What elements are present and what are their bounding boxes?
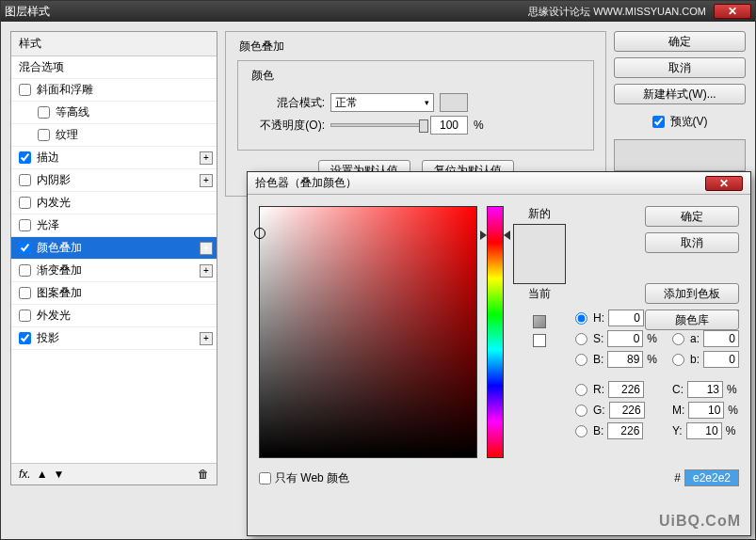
- picker-body: 新的 当前 H:度 S:% B:% R: G: B:: [248, 195, 750, 469]
- r-input[interactable]: [608, 381, 644, 398]
- preview-checkbox[interactable]: [652, 116, 665, 128]
- add-instance-button[interactable]: +: [200, 264, 213, 278]
- add-swatch-button[interactable]: 添加到色板: [645, 283, 739, 304]
- brand-text: 思缘设计论坛 WWW.MISSYUAN.COM: [528, 5, 706, 19]
- hex-label: #: [674, 471, 681, 484]
- hue-slider[interactable]: [487, 206, 504, 458]
- style-item[interactable]: 内阴影+: [11, 169, 217, 192]
- g-input[interactable]: [609, 402, 645, 419]
- style-label: 颜色叠加: [37, 240, 82, 256]
- style-checkbox[interactable]: [19, 264, 31, 277]
- c-input[interactable]: [687, 381, 723, 398]
- title-bar[interactable]: 图层样式 思缘设计论坛 WWW.MISSYUAN.COM ✕: [1, 1, 755, 22]
- style-item[interactable]: 纹理: [11, 124, 217, 147]
- radio-h[interactable]: [575, 312, 587, 325]
- style-checkbox[interactable]: [38, 106, 50, 119]
- style-item[interactable]: 内发光: [11, 192, 217, 214]
- style-item[interactable]: 光泽: [11, 214, 217, 237]
- arrow-down-icon[interactable]: ▼: [54, 468, 65, 481]
- h-input[interactable]: [608, 310, 644, 326]
- radio-b[interactable]: [575, 354, 587, 366]
- blend-mode-select[interactable]: 正常 ▾: [330, 93, 434, 112]
- add-instance-button[interactable]: +: [200, 174, 213, 187]
- preview-checkbox-row[interactable]: 预览(V): [614, 114, 746, 130]
- style-item[interactable]: 描边+: [11, 147, 217, 169]
- color-cursor[interactable]: [254, 228, 265, 239]
- picker-title-bar[interactable]: 拾色器（叠加颜色） ✕: [248, 172, 750, 195]
- style-item[interactable]: 投影+: [11, 327, 217, 350]
- opacity-input[interactable]: [430, 116, 468, 135]
- web-only-row[interactable]: 只有 Web 颜色: [259, 470, 349, 486]
- style-checkbox[interactable]: [19, 219, 31, 231]
- style-checkbox[interactable]: [19, 332, 31, 344]
- style-item[interactable]: 斜面和浮雕: [11, 79, 217, 102]
- web-only-checkbox[interactable]: [259, 472, 271, 484]
- a-input[interactable]: [703, 330, 739, 347]
- bv-input[interactable]: [607, 351, 643, 368]
- style-checkbox[interactable]: [19, 310, 31, 322]
- ok-button[interactable]: 确定: [614, 31, 746, 52]
- style-item[interactable]: 渐变叠加+: [11, 260, 217, 282]
- hex-input[interactable]: [684, 469, 739, 486]
- color-subtitle: 颜色: [248, 68, 278, 84]
- add-instance-button[interactable]: +: [200, 242, 213, 255]
- close-button[interactable]: ✕: [714, 4, 751, 19]
- color-swatch[interactable]: [440, 93, 468, 112]
- b2-input[interactable]: [703, 351, 739, 368]
- blend-options[interactable]: 混合选项: [11, 56, 217, 79]
- preview-swatch: [614, 139, 746, 171]
- style-checkbox[interactable]: [19, 197, 31, 209]
- color-field[interactable]: [259, 206, 477, 458]
- style-label: 渐变叠加: [37, 262, 82, 278]
- window-title: 图层样式: [5, 4, 528, 20]
- bb-input[interactable]: [607, 422, 643, 439]
- picker-bottom: 只有 Web 颜色 #: [248, 469, 750, 496]
- y-input[interactable]: [686, 422, 722, 439]
- cancel-button[interactable]: 取消: [614, 57, 746, 78]
- blend-mode-label: 混合模式:: [249, 95, 325, 111]
- radio-bb[interactable]: [575, 425, 587, 437]
- cube-icon[interactable]: [533, 315, 546, 328]
- new-current-swatch[interactable]: [513, 224, 566, 284]
- s-input[interactable]: [607, 330, 643, 347]
- m-input[interactable]: [688, 402, 724, 419]
- swatch-column: 新的 当前: [513, 206, 566, 458]
- square-icon[interactable]: [533, 334, 546, 347]
- style-checkbox[interactable]: [19, 84, 31, 96]
- radio-s[interactable]: [575, 333, 587, 345]
- picker-ok-button[interactable]: 确定: [645, 206, 739, 227]
- style-checkbox[interactable]: [19, 151, 31, 164]
- picker-cancel-button[interactable]: 取消: [645, 232, 739, 253]
- new-style-button[interactable]: 新建样式(W)...: [614, 84, 746, 104]
- radio-b2[interactable]: [672, 354, 684, 366]
- style-label: 内阴影: [37, 172, 71, 188]
- watermark: UiBQ.CoM: [659, 513, 741, 530]
- add-instance-button[interactable]: +: [200, 332, 213, 345]
- style-item[interactable]: 图案叠加: [11, 282, 217, 305]
- style-checkbox[interactable]: [38, 129, 50, 141]
- style-label: 斜面和浮雕: [37, 82, 93, 98]
- style-item[interactable]: 等高线: [11, 102, 217, 124]
- trash-icon[interactable]: 🗑: [198, 468, 209, 481]
- hue-arrow-left-icon: [480, 230, 487, 240]
- color-lib-button[interactable]: 颜色库: [645, 310, 739, 330]
- add-instance-button[interactable]: +: [200, 151, 213, 165]
- style-checkbox[interactable]: [19, 242, 31, 254]
- styles-footer: fx. ▲ ▼ 🗑: [11, 463, 217, 484]
- radio-g[interactable]: [575, 405, 587, 417]
- opacity-slider[interactable]: [330, 123, 425, 127]
- style-label: 光泽: [37, 217, 59, 233]
- fx-label: fx.: [19, 468, 31, 481]
- style-label: 等高线: [56, 104, 89, 120]
- styles-list-panel: 样式 混合选项 斜面和浮雕等高线纹理描边+内阴影+内发光光泽颜色叠加+渐变叠加+…: [10, 31, 217, 485]
- radio-r[interactable]: [575, 384, 587, 396]
- style-checkbox[interactable]: [19, 174, 31, 186]
- style-item[interactable]: 外发光: [11, 305, 217, 327]
- radio-a[interactable]: [672, 333, 684, 345]
- style-checkbox[interactable]: [19, 287, 31, 299]
- current-label: 当前: [528, 286, 551, 302]
- arrow-up-icon[interactable]: ▲: [37, 468, 48, 481]
- slider-thumb[interactable]: [419, 119, 428, 133]
- style-item[interactable]: 颜色叠加+: [11, 237, 217, 260]
- picker-close-button[interactable]: ✕: [705, 176, 743, 191]
